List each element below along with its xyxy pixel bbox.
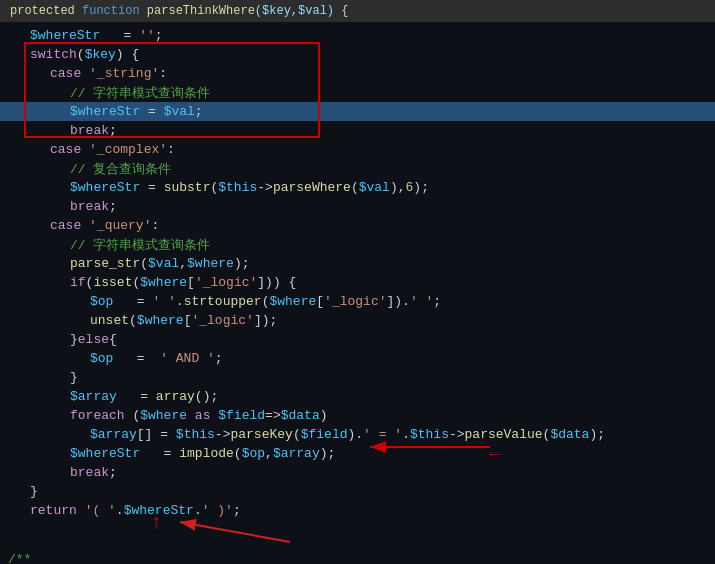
code-area: $whereStr = '' ; switch ( $key ) { case … <box>0 22 715 564</box>
code-line-6: break ; <box>0 121 715 140</box>
code-line-24: break ; <box>0 463 715 482</box>
code-line-1: $whereStr = '' ; <box>0 26 715 45</box>
keyword-protected: protected <box>10 4 75 18</box>
code-line-15: $op = ' ' . strtoupper ( $where [ '_logi… <box>0 292 715 311</box>
code-line-23: $whereStr = implode ( $op , $array ); ← <box>0 444 715 463</box>
code-line-2: switch ( $key ) { <box>0 45 715 64</box>
code-line-16: unset ( $where [ '_logic' ]); <box>0 311 715 330</box>
code-line-22: $array [] = $this -> parseKey ( $field )… <box>0 425 715 444</box>
code-line-11: case '_query' : <box>0 216 715 235</box>
code-editor: protected function parseThinkWhere ($key… <box>0 0 715 564</box>
code-line-13: parse_str ( $val , $where ); <box>0 254 715 273</box>
code-line-28: /** <box>0 550 715 564</box>
code-line-7: case '_complex' : <box>0 140 715 159</box>
code-line-27 <box>0 520 715 550</box>
code-line-9: $whereStr = substr ( $this -> parseWhere… <box>0 178 715 197</box>
code-line-4: // 字符串模式查询条件 <box>0 83 715 102</box>
code-line-19: } <box>0 368 715 387</box>
code-line-5: $whereStr = $val ; <box>0 102 715 121</box>
code-line-18: $op = ' AND ' ; <box>0 349 715 368</box>
code-line-10: break ; <box>0 197 715 216</box>
function-params: ($key,$val) <box>255 4 334 18</box>
code-line-21: foreach ( $where as $field => $data ) <box>0 406 715 425</box>
code-line-17: } else { <box>0 330 715 349</box>
code-line-3: case '_string' : <box>0 64 715 83</box>
keyword-function: function <box>82 4 140 18</box>
arrow-indicator-1: ← <box>489 444 500 464</box>
function-name: parseThinkWhere <box>147 4 255 18</box>
code-line-12: // 字符串模式查询条件 <box>0 235 715 254</box>
code-line-20: $array = array (); <box>0 387 715 406</box>
code-line-8: // 复合查询条件 <box>0 159 715 178</box>
code-line-25: } <box>0 482 715 501</box>
code-line-14: if ( isset ( $where [ '_logic' ])) { <box>0 273 715 292</box>
title-bar: protected function parseThinkWhere ($key… <box>0 0 715 22</box>
code-line-26: return '( ' . $whereStr . ' )' ; ↑ <box>0 501 715 520</box>
